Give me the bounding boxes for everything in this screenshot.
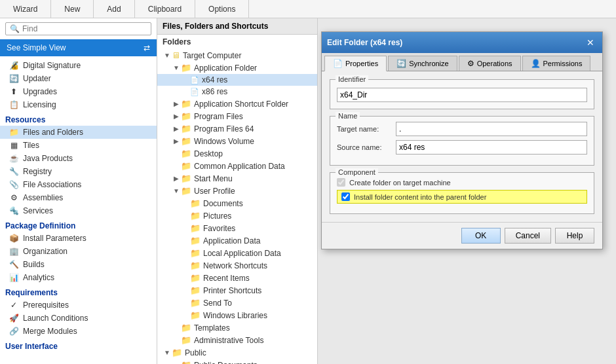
- dialog-body: Identifier Name Target name: Source name…: [322, 71, 602, 222]
- dialog-footer: OK Cancel Help: [322, 222, 602, 249]
- sidebar-item-registry[interactable]: 🔧 Registry: [0, 165, 157, 178]
- tree-network-shortcuts[interactable]: 📁 Network Shortcuts: [157, 259, 317, 272]
- tree-label-user-profile: User Profile: [194, 187, 235, 196]
- tree-windows-volume[interactable]: ▶ 📁 Windows Volume: [157, 135, 317, 147]
- tree-start-menu[interactable]: ▶ 📁 Start Menu: [157, 172, 317, 185]
- sidebar-item-updater[interactable]: 🔄 Updater: [0, 72, 157, 85]
- identifier-input[interactable]: [337, 88, 587, 102]
- sidebar-item-merge-modules[interactable]: 🔗 Merge Modules: [0, 325, 157, 338]
- folder-network-shortcuts-icon: 📁: [190, 261, 201, 270]
- install-content-checkbox[interactable]: [341, 192, 350, 201]
- sidebar-item-files-and-folders[interactable]: 📁 Files and Folders: [0, 126, 157, 139]
- dialog-close-button[interactable]: ✕: [584, 36, 597, 49]
- sidebar-item-services[interactable]: 🔩 Services: [0, 204, 157, 217]
- tree-send-to[interactable]: 📁 Send To: [157, 297, 317, 309]
- help-button[interactable]: Help: [555, 228, 594, 244]
- create-folder-checkbox[interactable]: [337, 178, 345, 187]
- sidebar-label-assemblies: Assemblies: [23, 193, 63, 202]
- target-name-label: Target name:: [337, 125, 396, 133]
- tab-operations[interactable]: ⚙ Operations: [459, 56, 521, 71]
- sidebar-item-organization[interactable]: 🏢 Organization: [0, 245, 157, 258]
- tree-application-data[interactable]: 📁 Application Data: [157, 234, 317, 247]
- tree-application-shortcut-folder[interactable]: ▶ 📁 Application Shortcut Folder: [157, 98, 317, 110]
- sidebar-item-launch-conditions[interactable]: 🚀 Launch Conditions: [0, 312, 157, 325]
- tree-program-files-64[interactable]: ▶ 📁 Program Files 64: [157, 122, 317, 135]
- tree-pictures[interactable]: 📁 Pictures: [157, 209, 317, 222]
- folder-common-app-data-icon: 📁: [181, 161, 191, 171]
- folder-templates-icon: 📁: [181, 323, 191, 333]
- sidebar-item-file-associations[interactable]: 📎 File Associations: [0, 178, 157, 191]
- tree-public[interactable]: ▼ 📁 Public: [157, 346, 317, 359]
- tree-templates[interactable]: 📁 Templates: [157, 321, 317, 334]
- toolbar-add[interactable]: Add: [94, 0, 134, 18]
- tree-recent-items[interactable]: 📁 Recent Items: [157, 272, 317, 284]
- toggle-public: ▼: [163, 349, 172, 356]
- cancel-button[interactable]: Cancel: [505, 228, 551, 244]
- sidebar-label-digital-signature: Digital Signature: [23, 61, 81, 70]
- tree-application-folder[interactable]: ▼ 📁 Application Folder: [157, 62, 317, 74]
- tab-permissions-label: Permissions: [543, 60, 583, 67]
- tree-label-admin-tools: Administrative Tools: [194, 336, 264, 345]
- tree-x64-res[interactable]: 📄 x64 res: [157, 74, 317, 86]
- source-name-input[interactable]: [396, 140, 587, 155]
- dialog-titlebar: Edit Folder (x64 res) ✕: [322, 32, 602, 53]
- tree-program-files[interactable]: ▶ 📁 Program Files: [157, 110, 317, 122]
- tree-local-app-data[interactable]: 📁 Local Application Data: [157, 247, 317, 259]
- toolbar-new[interactable]: New: [51, 0, 94, 18]
- sidebar-label-organization: Organization: [23, 247, 67, 256]
- tree-label-public: Public: [185, 348, 206, 357]
- sidebar-item-upgrades[interactable]: ⬆ Upgrades: [0, 85, 157, 98]
- tree-admin-tools[interactable]: 📁 Administrative Tools: [157, 334, 317, 346]
- tree-printer-shortcuts[interactable]: 📁 Printer Shortcuts: [157, 284, 317, 297]
- folder-program-files-64-icon: 📁: [181, 124, 191, 134]
- requirements-header: Requirements: [0, 284, 157, 299]
- sidebar-item-tiles[interactable]: ▦ Tiles: [0, 139, 157, 152]
- tree-documents[interactable]: 📁 Documents: [157, 197, 317, 209]
- tab-permissions[interactable]: 👤 Permissions: [522, 56, 591, 71]
- sidebar-item-prerequisites[interactable]: ✓ Prerequisites: [0, 299, 157, 312]
- sidebar-item-builds[interactable]: 🔨 Builds: [0, 258, 157, 271]
- tree-desktop[interactable]: 📁 Desktop: [157, 147, 317, 160]
- sidebar-item-java-products[interactable]: ☕ Java Products: [0, 152, 157, 165]
- install-content-label: Install folder content into the parent f…: [354, 193, 486, 201]
- toolbar-wizard[interactable]: Wizard: [0, 0, 51, 18]
- folder-public-documents-icon: 📁: [181, 360, 191, 364]
- toggle-windows-volume: ▶: [172, 137, 181, 145]
- tree-label-windows-volume: Windows Volume: [194, 137, 254, 146]
- folders-label: Folders: [157, 35, 317, 49]
- folder-recent-items-icon: 📁: [190, 273, 201, 283]
- builds-icon: 🔨: [8, 260, 20, 269]
- target-name-input[interactable]: [396, 122, 587, 136]
- tree-user-profile[interactable]: ▼ 📁 User Profile: [157, 185, 317, 197]
- sidebar-item-digital-signature[interactable]: 🔏 Digital Signature: [0, 59, 157, 72]
- sidebar-label-java-products: Java Products: [23, 154, 73, 163]
- tree-x86-res[interactable]: 📄 x86 res: [157, 86, 317, 98]
- sidebar-item-assemblies[interactable]: ⚙ Assemblies: [0, 191, 157, 204]
- launch-conditions-icon: 🚀: [8, 314, 20, 323]
- synchronize-tab-icon: 🔄: [396, 59, 406, 68]
- sidebar-label-prerequisites: Prerequisites: [23, 300, 69, 310]
- tree-favorites[interactable]: 📁 Favorites: [157, 222, 317, 234]
- tree-windows-libraries[interactable]: 📁 Windows Libraries: [157, 309, 317, 321]
- search-box[interactable]: 🔍: [5, 22, 151, 35]
- tab-properties[interactable]: 📄 Properties: [324, 56, 387, 71]
- ok-button[interactable]: OK: [461, 228, 501, 244]
- file-panel: Files, Folders and Shortcuts Folders ▼ 🖥…: [157, 18, 318, 364]
- sidebar-item-analytics[interactable]: 📊 Analytics: [0, 271, 157, 284]
- toolbar-options[interactable]: Options: [195, 0, 249, 18]
- tree-label-recent-items: Recent Items: [203, 274, 250, 283]
- tab-synchronize[interactable]: 🔄 Synchronize: [388, 56, 457, 71]
- simple-view-button[interactable]: See Simple View ⇄: [0, 39, 157, 56]
- file-x86-icon: 📄: [190, 88, 199, 96]
- search-input[interactable]: [22, 24, 147, 33]
- identifier-group: Identifier: [330, 79, 594, 109]
- tree-label-documents: Documents: [203, 199, 243, 208]
- sidebar-label-analytics: Analytics: [23, 273, 54, 282]
- tree-public-documents[interactable]: 📁 Public Documents: [157, 359, 317, 364]
- tree-target-computer[interactable]: ▼ 🖥 Target Computer: [157, 49, 317, 62]
- toolbar-clipboard[interactable]: Clipboard: [135, 0, 195, 18]
- tree-common-app-data[interactable]: 📁 Common Application Data: [157, 160, 317, 172]
- sidebar-item-install-parameters[interactable]: 📦 Install Parameters: [0, 232, 157, 245]
- sidebar-item-licensing[interactable]: 📋 Licensing: [0, 98, 157, 111]
- checkbox-create-folder-row: Create folder on target machine: [337, 178, 587, 187]
